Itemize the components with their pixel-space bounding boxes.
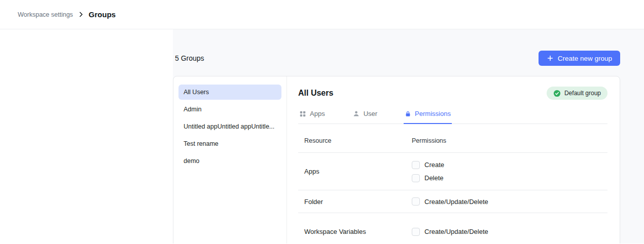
apps-create-label: Create [424, 161, 444, 169]
groups-count: 5 Groups [175, 54, 204, 62]
group-title: All Users [298, 89, 333, 98]
plus-icon [547, 55, 554, 62]
permissions-cell: Create Delete [412, 154, 607, 189]
column-header-resource: Resource [298, 137, 412, 144]
lock-icon [405, 110, 411, 117]
create-new-group-label: Create new group [558, 55, 612, 62]
tab-user-label: User [364, 110, 377, 117]
perm-item-workspace-variables-cud: Create/Update/Delete [412, 228, 607, 236]
group-tabs: Apps User Permissions [298, 107, 607, 124]
groups-toolbar: 5 Groups Create new group [173, 51, 620, 66]
create-new-group-button[interactable]: Create new group [539, 51, 620, 66]
grid-icon [299, 110, 306, 117]
group-item-demo[interactable]: demo [178, 153, 281, 169]
left-panel [0, 29, 173, 243]
permissions-cell: Create/Update/Delete [412, 190, 607, 213]
group-detail-header: All Users Default group [298, 87, 607, 100]
tab-apps-label: Apps [310, 110, 325, 117]
tab-user[interactable]: User [351, 107, 378, 124]
group-detail: All Users Default group Apps [287, 76, 620, 243]
apps-create-checkbox[interactable] [412, 161, 420, 169]
group-item-all-users[interactable]: All Users [178, 85, 281, 100]
group-item-admin[interactable]: Admin [178, 102, 281, 117]
check-circle-icon [553, 90, 561, 97]
apps-delete-label: Delete [424, 174, 444, 182]
resource-label: Workspace Variables [298, 228, 412, 235]
breadcrumb-current-groups: Groups [89, 10, 116, 19]
user-icon [352, 110, 360, 117]
groups-card: All Users Admin Untitled appUntitled app… [173, 76, 620, 243]
apps-delete-checkbox[interactable] [412, 174, 420, 182]
group-list: All Users Admin Untitled appUntitled app… [173, 76, 287, 243]
perm-item-apps-create: Create [412, 161, 607, 169]
permissions-cell: Create/Update/Delete [412, 221, 607, 243]
group-item-test-rename[interactable]: Test rename [178, 136, 281, 151]
permissions-table-header: Resource Permissions [298, 124, 607, 153]
breadcrumb-bar: Workspace settings Groups [0, 0, 644, 29]
permissions-table: Resource Permissions Apps Create [298, 124, 607, 243]
workspace-variables-cud-label: Create/Update/Delete [424, 228, 488, 235]
group-item-untitled-app[interactable]: Untitled appUntitled appUntitle... [178, 119, 281, 134]
chevron-right-icon [78, 11, 84, 18]
folder-cud-checkbox[interactable] [412, 197, 420, 206]
perm-item-apps-delete: Delete [412, 174, 607, 182]
table-row-apps: Apps Create Delete [298, 153, 607, 190]
breadcrumb: Workspace settings Groups [18, 10, 116, 19]
groups-workarea: 5 Groups Create new group All Users Admi… [173, 29, 644, 243]
resource-label: Apps [298, 168, 412, 175]
main-area: 5 Groups Create new group All Users Admi… [0, 29, 644, 243]
tab-permissions-label: Permissions [415, 110, 451, 117]
breadcrumb-workspace-settings[interactable]: Workspace settings [18, 11, 73, 18]
folder-cud-label: Create/Update/Delete [424, 198, 488, 206]
tab-apps[interactable]: Apps [298, 107, 326, 124]
table-row-workspace-variables: Workspace Variables Create/Update/Delete [298, 213, 607, 243]
default-group-badge-label: Default group [564, 90, 601, 97]
column-header-permissions: Permissions [412, 137, 607, 144]
default-group-badge: Default group [547, 87, 607, 100]
table-row-folder: Folder Create/Update/Delete [298, 190, 607, 213]
workspace-variables-cud-checkbox[interactable] [412, 228, 420, 236]
perm-item-folder-cud: Create/Update/Delete [412, 197, 607, 206]
resource-label: Folder [298, 198, 412, 206]
tab-permissions[interactable]: Permissions [404, 107, 452, 124]
